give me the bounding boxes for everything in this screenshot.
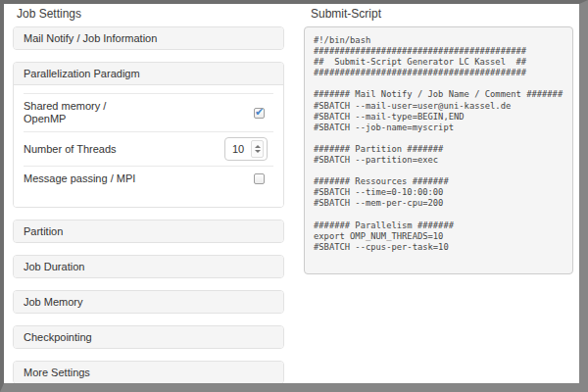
panel-header-parallelization[interactable]: Parallelization Paradigm — [14, 63, 283, 85]
panel-checkpointing: Checkpointing — [13, 325, 284, 349]
threads-number-field — [224, 137, 268, 161]
shared-memory-checkbox[interactable] — [254, 108, 265, 119]
message-passing-label: Message passing / MPI — [24, 172, 135, 185]
shared-memory-row: Shared memory / OpenMP — [24, 93, 273, 131]
panel-header-job-duration[interactable]: Job Duration — [14, 256, 283, 277]
message-passing-row: Message passing / MPI — [24, 166, 273, 191]
job-settings-title: Job Settings — [17, 7, 284, 22]
submit-script-code: #!/bin/bash ############################… — [314, 35, 564, 253]
threads-input[interactable] — [225, 143, 251, 155]
panel-partition: Partition — [13, 220, 284, 243]
panel-header-mail-notify[interactable]: Mail Notify / Job Information — [14, 27, 283, 49]
spinner-down-icon[interactable] — [255, 150, 261, 153]
panel-header-job-memory[interactable]: Job Memory — [14, 291, 283, 313]
spinner-up-icon[interactable] — [255, 145, 261, 148]
shared-memory-label: Shared memory / OpenMP — [24, 100, 151, 125]
message-passing-checkbox[interactable] — [254, 173, 265, 184]
panel-more-settings: More Settings — [13, 361, 284, 384]
panel-header-more-settings[interactable]: More Settings — [14, 362, 283, 383]
panel-header-partition[interactable]: Partition — [14, 220, 283, 242]
number-of-threads-row: Number of Threads — [24, 131, 273, 166]
submit-script-title: Submit-Script — [311, 7, 575, 22]
panel-mail-notify: Mail Notify / Job Information — [13, 26, 284, 50]
panel-parallelization: Parallelization Paradigm Shared memory /… — [13, 62, 284, 208]
panel-job-memory: Job Memory — [13, 290, 284, 314]
submit-script-box: #!/bin/bash ############################… — [304, 26, 573, 274]
panel-header-checkpointing[interactable]: Checkpointing — [14, 326, 283, 348]
job-settings-column: Job Settings Mail Notify / Job Informati… — [13, 6, 284, 392]
submit-script-column: Submit-Script #!/bin/bash ##############… — [304, 6, 575, 274]
threads-spinner[interactable] — [251, 140, 264, 158]
parallelization-panel-body: Shared memory / OpenMP Number of Threads — [14, 85, 283, 207]
panel-job-duration: Job Duration — [13, 255, 284, 278]
number-of-threads-label: Number of Threads — [24, 143, 117, 156]
app-window: Job Settings Mail Notify / Job Informati… — [0, 0, 588, 392]
